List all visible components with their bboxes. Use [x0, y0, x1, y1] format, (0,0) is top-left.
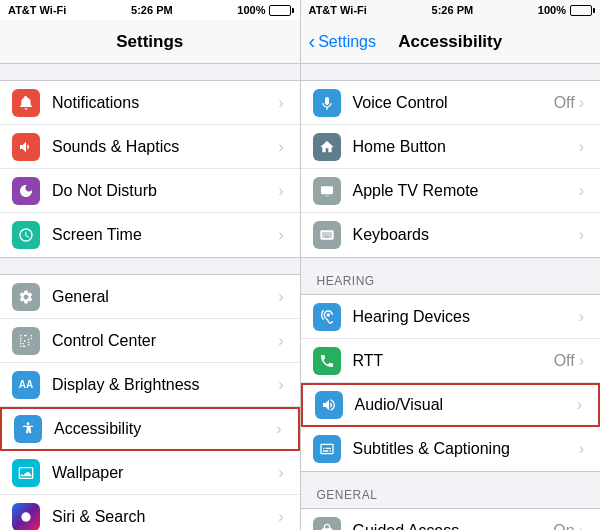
sounds-label: Sounds & Haptics: [52, 138, 278, 156]
guided-access-label: Guided Access: [353, 522, 554, 531]
screen-time-chevron: ›: [278, 227, 283, 243]
right-status-right: 100%: [538, 4, 592, 16]
row-subtitles[interactable]: Subtitles & Captioning ›: [301, 427, 601, 471]
display-label: Display & Brightness: [52, 376, 278, 394]
sounds-chevron: ›: [278, 139, 283, 155]
left-panel: AT&T Wi-Fi 5:26 PM 100% Settings Notific…: [0, 0, 300, 530]
svg-point-0: [27, 422, 30, 425]
notifications-label: Notifications: [52, 94, 278, 112]
row-hearing-devices[interactable]: Hearing Devices ›: [301, 295, 601, 339]
row-sounds[interactable]: Sounds & Haptics ›: [0, 125, 300, 169]
right-group-hearing: HEARING Hearing Devices › RTT Off ›: [301, 258, 601, 472]
keyboards-icon: [313, 221, 341, 249]
row-notifications[interactable]: Notifications ›: [0, 81, 300, 125]
voice-control-chevron: ›: [579, 95, 584, 111]
hearing-devices-chevron: ›: [579, 309, 584, 325]
siri-chevron: ›: [278, 509, 283, 525]
voice-control-icon: [313, 89, 341, 117]
guided-access-value: On: [553, 522, 574, 531]
screen-time-icon: [12, 221, 40, 249]
display-chevron: ›: [278, 377, 283, 393]
subtitles-icon: [313, 435, 341, 463]
row-wallpaper[interactable]: Wallpaper ›: [0, 451, 300, 495]
row-keyboards[interactable]: Keyboards ›: [301, 213, 601, 257]
row-guided-access[interactable]: Guided Access On ›: [301, 509, 601, 530]
row-general[interactable]: General ›: [0, 275, 300, 319]
right-settings-list: Voice Control Off › Home Button › Apple …: [301, 64, 601, 530]
rtt-chevron: ›: [579, 353, 584, 369]
guided-access-icon: [313, 517, 341, 531]
left-spacer: [0, 258, 300, 274]
general-access-header: GENERAL: [301, 472, 601, 508]
svg-rect-2: [321, 186, 333, 194]
right-panel: AT&T Wi-Fi 5:26 PM 100% ‹ Settings Acces…: [300, 0, 601, 530]
audio-visual-chevron: ›: [577, 397, 582, 413]
sounds-icon: [12, 133, 40, 161]
left-settings-list: Notifications › Sounds & Haptics › Do No…: [0, 64, 300, 530]
accessibility-chevron: ›: [276, 421, 281, 437]
left-battery-icon: [269, 5, 291, 16]
left-status-bar: AT&T Wi-Fi 5:26 PM 100%: [0, 0, 300, 20]
left-time: 5:26 PM: [131, 4, 173, 16]
control-center-icon: [12, 327, 40, 355]
row-apple-tv[interactable]: Apple TV Remote ›: [301, 169, 601, 213]
wallpaper-chevron: ›: [278, 465, 283, 481]
hearing-devices-icon: [313, 303, 341, 331]
row-audio-visual[interactable]: Audio/Visual ›: [301, 383, 601, 427]
guided-access-chevron: ›: [579, 523, 584, 531]
subtitles-chevron: ›: [579, 441, 584, 457]
row-display[interactable]: AA Display & Brightness ›: [0, 363, 300, 407]
accessibility-icon: [14, 415, 42, 443]
control-center-label: Control Center: [52, 332, 278, 350]
row-control-center[interactable]: Control Center ›: [0, 319, 300, 363]
keyboards-label: Keyboards: [353, 226, 579, 244]
wallpaper-label: Wallpaper: [52, 464, 278, 482]
voice-control-value: Off: [554, 94, 575, 112]
display-icon: AA: [12, 371, 40, 399]
row-home-button[interactable]: Home Button ›: [301, 125, 601, 169]
dnd-chevron: ›: [278, 183, 283, 199]
left-carrier: AT&T Wi-Fi: [8, 4, 66, 16]
right-battery-pct: 100%: [538, 4, 566, 16]
siri-label: Siri & Search: [52, 508, 278, 526]
wallpaper-icon: [12, 459, 40, 487]
notifications-chevron: ›: [278, 95, 283, 111]
general-chevron: ›: [278, 289, 283, 305]
control-center-chevron: ›: [278, 333, 283, 349]
back-label: Settings: [318, 33, 376, 51]
row-screen-time[interactable]: Screen Time ›: [0, 213, 300, 257]
row-siri-search[interactable]: Siri & Search ›: [0, 495, 300, 530]
apple-tv-icon: [313, 177, 341, 205]
rtt-icon: [313, 347, 341, 375]
hearing-header: HEARING: [301, 258, 601, 294]
notifications-icon: [12, 89, 40, 117]
right-nav-bar: ‹ Settings Accessibility: [301, 20, 601, 64]
subtitles-label: Subtitles & Captioning: [353, 440, 579, 458]
home-button-chevron: ›: [579, 139, 584, 155]
accessibility-label: Accessibility: [54, 420, 276, 438]
dnd-icon: [12, 177, 40, 205]
back-button[interactable]: ‹ Settings: [309, 32, 376, 51]
left-status-right: 100%: [237, 4, 291, 16]
row-rtt[interactable]: RTT Off ›: [301, 339, 601, 383]
right-battery-icon: [570, 5, 592, 16]
general-icon: [12, 283, 40, 311]
row-accessibility[interactable]: Accessibility ›: [0, 407, 300, 451]
general-label: General: [52, 288, 278, 306]
row-dnd[interactable]: Do Not Disturb ›: [0, 169, 300, 213]
audio-visual-label: Audio/Visual: [355, 396, 577, 414]
rtt-value: Off: [554, 352, 575, 370]
right-group-general: GENERAL Guided Access On › Siri ›: [301, 472, 601, 530]
siri-icon: [12, 503, 40, 531]
right-carrier: AT&T Wi-Fi: [309, 4, 367, 16]
svg-point-1: [21, 512, 30, 521]
hearing-devices-label: Hearing Devices: [353, 308, 579, 326]
screen-time-label: Screen Time: [52, 226, 278, 244]
home-button-label: Home Button: [353, 138, 579, 156]
apple-tv-chevron: ›: [579, 183, 584, 199]
row-voice-control[interactable]: Voice Control Off ›: [301, 81, 601, 125]
right-hearing-section: Hearing Devices › RTT Off › Audio/Visual: [301, 294, 601, 472]
left-nav-title: Settings: [116, 32, 183, 52]
left-group-2: General › Control Center › AA Display & …: [0, 274, 300, 530]
apple-tv-label: Apple TV Remote: [353, 182, 579, 200]
